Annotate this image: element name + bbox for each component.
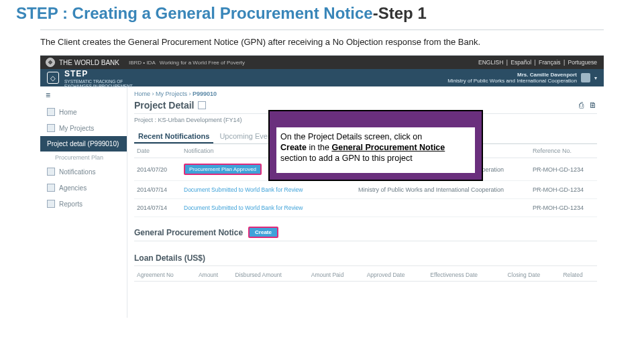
sidebar-agencies-label: Agencies [59,184,87,192]
house-icon [47,108,55,116]
loan-table: Agreement No Amount Disbursed Amount Amo… [134,269,597,282]
loan-section-title: Loan Details (US$) [134,253,597,266]
cell-org-1: Ministry of Public Works and Internation… [356,181,530,199]
wb-logo-icon [46,58,55,67]
wb-sub-label: IBRD • IDA [129,60,156,66]
cell-date-1: 2014/07/14 [134,181,181,199]
table-row: 2014/07/14 Document Submitted to World B… [134,181,597,199]
breadcrumb-home[interactable]: Home [134,90,150,97]
sidebar-item-projects[interactable]: My Projects [40,120,127,136]
hamburger-icon[interactable]: ≡ [40,86,127,104]
cell-ref-1: PR-MOH-GD-1234 [530,181,597,199]
lang-es[interactable]: Español [511,59,531,66]
page-title: Project Detail [134,100,194,111]
callout-gpn-word: General Procurement Notice [331,143,445,152]
title-suffix: -Step 1 [373,4,427,22]
col-closing: Closing Date [504,269,560,282]
col-ref: Reference No. [530,144,597,158]
col-effective: Effectiveness Date [427,269,504,282]
sidebar-item-notifications[interactable]: Notifications [40,164,127,180]
language-bar[interactable]: ENGLISH | Español | Français | Portugues… [477,59,598,66]
user-icon[interactable] [198,101,206,109]
cell-ref-2: PR-MOH-GD-1234 [530,199,597,217]
user-org: Ministry of Public Works and Internation… [447,78,577,84]
gpn-section: General Procurement Notice Create [134,227,597,241]
title-pre: STEP : Creating a General Procurement No… [16,4,373,22]
callout-line3: section to add a GPN to this project [280,154,413,163]
sidebar-item-home[interactable]: Home [40,104,127,120]
wb-brand-label: THE WORLD BANK [59,59,119,66]
sidebar-notif-label: Notifications [59,168,95,176]
lang-fr[interactable]: Français [539,59,561,66]
breadcrumb-projects[interactable]: My Projects [156,90,187,97]
print-icon[interactable]: ⎙ [579,101,584,110]
step-brand-label: STEP [64,69,88,78]
breadcrumb-project-id: P999010 [193,90,217,97]
sidebar-projects-label: My Projects [59,125,94,132]
lang-en[interactable]: ENGLISH [478,59,503,66]
sidebar-reports-label: Reports [59,200,83,208]
lang-pt[interactable]: Portuguese [568,59,597,66]
cell-ref-0: PR-MOH-GD-1234 [530,158,597,181]
gpn-title: General Procurement Notice [134,228,243,237]
col-date: Date [134,144,181,158]
doc-link-2[interactable]: Document Submitted to World Bank for Rev… [184,204,303,211]
step-logo-icon: ◇ [47,72,59,84]
sidebar-item-agencies[interactable]: Agencies [40,180,127,196]
callout-in: in the [307,143,332,152]
report-icon [47,200,55,208]
cell-date-0: 2014/07/20 [134,158,181,181]
sidebar-detail-label: Project detail (P999010) [47,140,119,147]
tab-recent[interactable]: Recent Notifications [134,130,213,143]
col-amount: Amount [196,269,233,282]
clipboard-icon[interactable]: 🗎 [589,101,597,110]
sidebar-item-project-detail[interactable]: Project detail (P999010) [40,136,127,152]
users-icon [47,124,55,132]
user-name: Mrs. Camille Davenport [447,72,577,78]
col-paid: Amount Paid [309,269,364,282]
slide-title: STEP : Creating a General Procurement No… [0,0,644,23]
intro-text: The Client creates the General Procureme… [40,29,604,52]
status-badge-approved[interactable]: Procurement Plan Approved [184,164,262,175]
doc-link-1[interactable]: Document Submitted to World Bank for Rev… [184,186,303,193]
table-row: 2014/07/14 Document Submitted to World B… [134,199,597,217]
avatar-icon[interactable] [581,73,590,82]
tree-icon [47,184,55,192]
callout-create-word: Create [280,143,307,152]
app-screenshot: THE WORLD BANK IBRD • IDA Working for a … [40,55,604,318]
create-button[interactable]: Create [248,227,278,238]
user-box[interactable]: Mrs. Camille Davenport Ministry of Publi… [447,72,597,84]
wb-motto: Working for a World Free of Poverty [160,60,245,66]
sidebar: ≡ Home My Projects Project detail (P9990… [40,86,127,318]
sidebar-sub-plan[interactable]: Procurement Plan [40,152,127,164]
bell-icon [47,168,55,176]
sidebar-home-label: Home [59,109,77,116]
sidebar-item-reports[interactable]: Reports [40,196,127,212]
callout-line1: On the Project Details screen, click on [280,132,422,141]
col-agreement: Agreement No [134,269,196,282]
col-disbursed: Disbursed Amount [232,269,308,282]
col-approved: Approved Date [364,269,428,282]
step-sub-label: SYSTEMATIC TRACKING OF EXCHANGES IN PROC… [64,79,133,88]
cell-date-2: 2014/07/14 [134,199,181,217]
col-related: Related [560,269,597,282]
step-topbar: ◇ STEP SYSTEMATIC TRACKING OF EXCHANGES … [40,69,604,86]
breadcrumb: Home › My Projects › P999010 [134,90,597,97]
callout-text: On the Project Details screen, click on … [276,127,475,173]
cell-org-2 [356,199,530,217]
chevron-down-icon[interactable]: ▾ [594,75,597,81]
